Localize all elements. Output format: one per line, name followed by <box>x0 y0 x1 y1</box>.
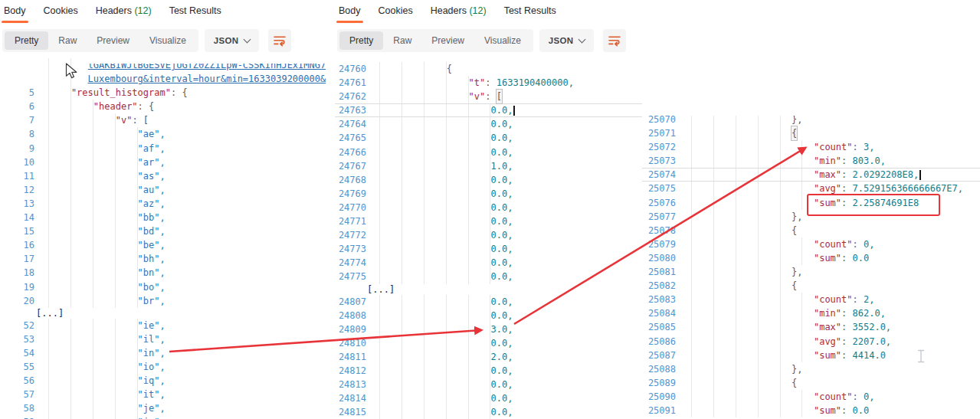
line-number: 25070 <box>642 113 691 126</box>
line-number: 25075 <box>642 182 691 195</box>
indent-guides <box>48 169 138 183</box>
line-number: 25076 <box>642 196 691 210</box>
code-line: 247640.0, <box>335 117 659 131</box>
json-key: "sum" <box>814 196 841 210</box>
line-number: 24814 <box>335 391 379 405</box>
wrap-format-button[interactable] <box>603 29 626 52</box>
code-line: 247660.0, <box>335 146 659 159</box>
indent-guides <box>379 104 490 116</box>
code-line: 25080"sum": 0.0 <box>642 251 980 265</box>
json-punctuation: : <box>485 90 496 103</box>
line-number: 24774 <box>335 256 379 270</box>
tab-test-results[interactable]: Test Results <box>169 0 221 24</box>
editing-caret <box>513 106 514 116</box>
json-number-value: 0, <box>864 237 874 251</box>
language-label: JSON <box>214 36 239 45</box>
json-number-value: 0.0, <box>490 309 513 322</box>
tab-cookies[interactable]: Cookies <box>379 0 413 24</box>
collapsed-ellipsis[interactable]: [...] <box>36 308 64 319</box>
line-number: 7 <box>0 113 48 127</box>
view-pretty[interactable]: Pretty <box>339 31 383 50</box>
code-line: 56"iq", <box>0 374 332 388</box>
line-number: 25079 <box>642 237 691 251</box>
json-string-value: "bo", <box>138 280 166 294</box>
tab-body[interactable]: Body <box>4 0 26 24</box>
json-number-value: 0.0, <box>490 336 513 350</box>
view-raw[interactable]: Raw <box>383 31 421 50</box>
wrap-format-button[interactable] <box>268 29 291 52</box>
json-key: "t" <box>469 76 486 90</box>
tab-headers[interactable]: Headers (12) <box>96 0 152 24</box>
json-key: "count" <box>814 293 853 306</box>
json-punctuation: { <box>792 376 797 390</box>
json-string-value: "je", <box>138 401 166 415</box>
tab-headers[interactable]: Headers (12) <box>431 0 487 24</box>
language-label: JSON <box>549 36 574 45</box>
code-line: 20"br", <box>0 294 332 308</box>
code-line: 25090"count": 0, <box>642 390 980 404</box>
indent-guides <box>379 117 490 131</box>
code-line: 25071{ <box>642 126 980 140</box>
line-number: 9 <box>0 142 48 155</box>
view-preview[interactable]: Preview <box>87 31 139 50</box>
response-tab-bar: BodyCookiesHeaders (12)Test Results <box>335 0 659 24</box>
json-punctuation: : <box>841 306 852 320</box>
view-preview[interactable]: Preview <box>421 31 474 50</box>
line-number: 24760 <box>335 62 379 76</box>
response-toolbar: PrettyRawPreviewVisualizeJSON <box>2 29 332 52</box>
code-line: 247680.0, <box>335 173 659 187</box>
indent-guides <box>691 293 814 306</box>
json-punctuation: : <box>853 140 864 154</box>
json-number-value: 0.0, <box>490 187 513 201</box>
code-line: 248140.0, <box>335 391 659 405</box>
line-number: 25088 <box>642 362 691 376</box>
json-punctuation: : { <box>171 86 188 100</box>
response-panel-right: 25070},25071{25072"count": 3,25073"min":… <box>642 0 980 419</box>
code-area: lGAKBIWJtBGESVEjUGTZ0ZZILpW-CSSKInHJExIM… <box>0 58 332 419</box>
json-number-value: 0.0, <box>490 364 513 378</box>
line-number: 53 <box>0 332 48 346</box>
url-string-value: Luxembourg&interval=hour&min=16330392000… <box>88 72 326 86</box>
indent-guides <box>379 242 490 256</box>
line-number: 24768 <box>335 173 379 187</box>
indent-guides <box>691 306 814 320</box>
tab-cookies[interactable]: Cookies <box>44 0 78 24</box>
collapsed-ellipsis[interactable]: [...] <box>367 284 395 295</box>
json-punctuation: : <box>841 251 852 265</box>
line-number: 25074 <box>642 168 691 182</box>
view-visualize[interactable]: Visualize <box>139 31 196 50</box>
indent-guides <box>379 391 490 405</box>
code-line: 53"il", <box>0 332 332 346</box>
language-dropdown[interactable]: JSON <box>539 29 595 52</box>
indent-guides <box>48 388 138 401</box>
url-string-value: lGAKBIWJtBGESVEjUGTZ0ZZILpW-CSSKInHJExIM… <box>88 58 326 72</box>
tab-label: Headers <box>431 5 467 16</box>
indent-guides <box>691 169 814 181</box>
code-line: 18"bn", <box>0 266 332 280</box>
json-number-value: 0.0, <box>490 228 513 242</box>
json-number-value: 2, <box>864 293 874 306</box>
view-visualize[interactable]: Visualize <box>474 31 531 50</box>
json-key: "result_histogram" <box>71 86 171 100</box>
indent-guides <box>379 256 490 270</box>
language-dropdown[interactable]: JSON <box>205 29 260 52</box>
code-line: 54"in", <box>0 346 332 360</box>
line-number: 25071 <box>642 126 691 140</box>
tab-test-results[interactable]: Test Results <box>504 0 556 24</box>
line-number: 17 <box>0 252 48 266</box>
line-number: 24765 <box>335 131 379 145</box>
line-number: 25091 <box>642 404 691 417</box>
json-number-value: 0.0 <box>853 251 870 265</box>
view-raw[interactable]: Raw <box>48 31 87 50</box>
json-number-value: 0, <box>864 390 874 404</box>
indent-guides <box>48 155 138 169</box>
line-number: 55 <box>0 360 48 374</box>
code-line: 248093.0, <box>335 322 659 336</box>
indent-guides <box>379 131 490 145</box>
tab-body[interactable]: Body <box>339 0 361 24</box>
view-pretty[interactable]: Pretty <box>5 31 48 50</box>
indent-guides <box>48 401 138 415</box>
view-mode-switcher: PrettyRawPreviewVisualize <box>337 29 533 52</box>
code-area: 25070},25071{25072"count": 3,25073"min":… <box>642 113 980 417</box>
json-punctuation: : <box>841 320 852 334</box>
